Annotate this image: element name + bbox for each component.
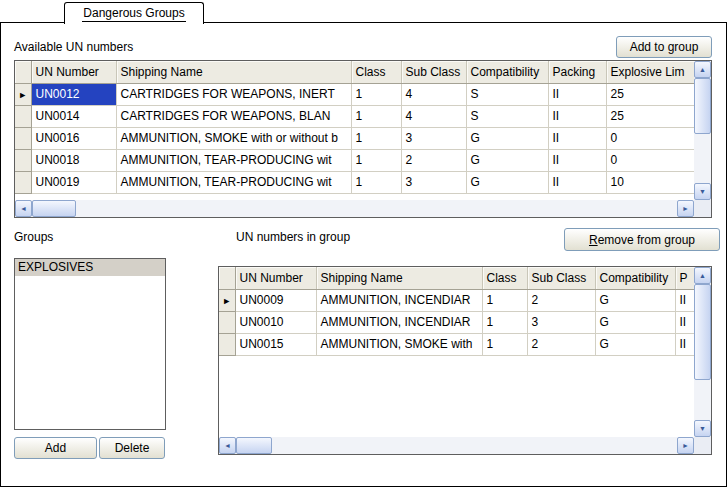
cell-compatibility[interactable]: G xyxy=(466,127,548,149)
cell-shipping-name[interactable]: AMMUNITION, INCENDIAR xyxy=(316,289,482,311)
column-header-class[interactable]: Class xyxy=(482,267,527,289)
cell-compatibility[interactable]: G xyxy=(595,311,675,333)
column-header-packing-truncated[interactable]: P xyxy=(675,267,694,289)
table-row[interactable]: UN0010 AMMUNITION, INCENDIAR 1 3 G II xyxy=(219,311,694,333)
cell-class[interactable]: 1 xyxy=(351,171,401,193)
cell-sub-class[interactable]: 4 xyxy=(401,83,466,105)
add-group-button[interactable]: Add xyxy=(14,437,97,459)
cell-sub-class[interactable]: 3 xyxy=(401,127,466,149)
cell-un-number[interactable]: UN0009 xyxy=(235,289,316,311)
scroll-right-button[interactable]: ► xyxy=(677,437,694,454)
cell-packing[interactable]: II xyxy=(548,127,606,149)
cell-compatibility[interactable]: G xyxy=(595,333,675,355)
cell-explosive-limit[interactable]: 25 xyxy=(606,83,694,105)
table-row[interactable]: UN0019 AMMUNITION, TEAR-PRODUCING wit 1 … xyxy=(15,171,694,193)
cell-un-number[interactable]: UN0014 xyxy=(31,105,116,127)
column-header-sub-class[interactable]: Sub Class xyxy=(527,267,595,289)
cell-sub-class[interactable]: 3 xyxy=(401,171,466,193)
delete-group-button[interactable]: Delete xyxy=(99,437,165,459)
cell-explosive-limit[interactable]: 0 xyxy=(606,127,694,149)
row-selector-cell[interactable] xyxy=(219,311,235,333)
scroll-right-button[interactable]: ► xyxy=(677,200,694,217)
column-header-shipping-name[interactable]: Shipping Name xyxy=(116,61,351,83)
cell-sub-class[interactable]: 2 xyxy=(401,149,466,171)
table-row[interactable]: UN0018 AMMUNITION, TEAR-PRODUCING wit 1 … xyxy=(15,149,694,171)
cell-sub-class[interactable]: 2 xyxy=(527,333,595,355)
cell-shipping-name[interactable]: AMMUNITION, SMOKE with or without b xyxy=(116,127,351,149)
cell-compatibility[interactable]: G xyxy=(466,149,548,171)
scroll-up-button[interactable]: ▲ xyxy=(694,267,711,284)
cell-shipping-name[interactable]: AMMUNITION, TEAR-PRODUCING wit xyxy=(116,171,351,193)
cell-shipping-name[interactable]: AMMUNITION, TEAR-PRODUCING wit xyxy=(116,149,351,171)
cell-shipping-name[interactable]: AMMUNITION, SMOKE with xyxy=(316,333,482,355)
cell-sub-class[interactable]: 4 xyxy=(401,105,466,127)
add-to-group-button[interactable]: Add to group xyxy=(616,36,712,58)
cell-packing[interactable]: II xyxy=(548,83,606,105)
table-row[interactable]: UN0015 AMMUNITION, SMOKE with 1 2 G II xyxy=(219,333,694,355)
cell-packing[interactable]: II xyxy=(675,289,694,311)
tab-dangerous-groups[interactable]: Dangerous Groups xyxy=(64,2,204,24)
cell-compatibility[interactable]: S xyxy=(466,83,548,105)
cell-class[interactable]: 1 xyxy=(351,149,401,171)
cell-shipping-name[interactable]: CARTRIDGES FOR WEAPONS, INERT xyxy=(116,83,351,105)
cell-class[interactable]: 1 xyxy=(351,127,401,149)
cell-packing[interactable]: II xyxy=(675,333,694,355)
cell-sub-class[interactable]: 3 xyxy=(527,311,595,333)
row-selector-cell[interactable] xyxy=(15,149,31,171)
cell-packing[interactable]: II xyxy=(548,171,606,193)
cell-explosive-limit[interactable]: 25 xyxy=(606,105,694,127)
column-header-packing[interactable]: Packing xyxy=(548,61,606,83)
vertical-scrollbar[interactable]: ▲ ▼ xyxy=(694,267,711,437)
row-selector-cell[interactable] xyxy=(219,333,235,355)
groups-listbox[interactable]: EXPLOSIVES xyxy=(14,258,166,430)
table-row[interactable]: UN0014 CARTRIDGES FOR WEAPONS, BLAN 1 4 … xyxy=(15,105,694,127)
scroll-down-button[interactable]: ▼ xyxy=(694,183,711,200)
cell-class[interactable]: 1 xyxy=(351,83,401,105)
cell-class[interactable]: 1 xyxy=(482,311,527,333)
scroll-thumb[interactable] xyxy=(32,200,76,217)
cell-explosive-limit[interactable]: 10 xyxy=(606,171,694,193)
cell-un-number[interactable]: UN0019 xyxy=(31,171,116,193)
row-selector-cell[interactable]: ► xyxy=(219,289,235,311)
cell-un-number[interactable]: UN0015 xyxy=(235,333,316,355)
cell-un-number[interactable]: UN0016 xyxy=(31,127,116,149)
row-selector-cell[interactable] xyxy=(15,127,31,149)
scroll-thumb[interactable] xyxy=(236,437,272,454)
horizontal-scrollbar[interactable]: ◄ ► xyxy=(15,200,694,217)
column-header-un-number[interactable]: UN Number xyxy=(31,61,116,83)
table-row[interactable]: ► UN0012 CARTRIDGES FOR WEAPONS, INERT 1… xyxy=(15,83,694,105)
column-header-un-number[interactable]: UN Number xyxy=(235,267,316,289)
row-selector-cell[interactable]: ► xyxy=(15,83,31,105)
scroll-thumb[interactable] xyxy=(694,284,711,380)
horizontal-scrollbar[interactable]: ◄ ► xyxy=(219,437,694,454)
cell-un-number[interactable]: UN0010 xyxy=(235,311,316,333)
cell-un-number[interactable]: UN0012 xyxy=(31,83,116,105)
cell-un-number[interactable]: UN0018 xyxy=(31,149,116,171)
cell-packing[interactable]: II xyxy=(675,311,694,333)
column-header-class[interactable]: Class xyxy=(351,61,401,83)
cell-class[interactable]: 1 xyxy=(482,289,527,311)
cell-compatibility[interactable]: S xyxy=(466,105,548,127)
cell-compatibility[interactable]: G xyxy=(595,289,675,311)
table-row[interactable]: UN0016 AMMUNITION, SMOKE with or without… xyxy=(15,127,694,149)
vertical-scrollbar[interactable]: ▲ ▼ xyxy=(694,61,711,200)
scroll-thumb[interactable] xyxy=(694,78,711,134)
scroll-left-button[interactable]: ◄ xyxy=(15,200,32,217)
scroll-up-button[interactable]: ▲ xyxy=(694,61,711,78)
cell-sub-class[interactable]: 2 xyxy=(527,289,595,311)
column-header-shipping-name[interactable]: Shipping Name xyxy=(316,267,482,289)
row-selector-cell[interactable] xyxy=(15,105,31,127)
cell-class[interactable]: 1 xyxy=(351,105,401,127)
remove-from-group-button[interactable]: Remove from group xyxy=(564,228,720,251)
list-item-explosives[interactable]: EXPLOSIVES xyxy=(15,259,165,276)
cell-shipping-name[interactable]: AMMUNITION, INCENDIAR xyxy=(316,311,482,333)
column-header-compatibility[interactable]: Compatibility xyxy=(595,267,675,289)
cell-packing[interactable]: II xyxy=(548,105,606,127)
column-header-sub-class[interactable]: Sub Class xyxy=(401,61,466,83)
cell-packing[interactable]: II xyxy=(548,149,606,171)
scroll-down-button[interactable]: ▼ xyxy=(694,420,711,437)
scroll-left-button[interactable]: ◄ xyxy=(219,437,236,454)
cell-class[interactable]: 1 xyxy=(482,333,527,355)
cell-compatibility[interactable]: G xyxy=(466,171,548,193)
cell-explosive-limit[interactable]: 0 xyxy=(606,149,694,171)
